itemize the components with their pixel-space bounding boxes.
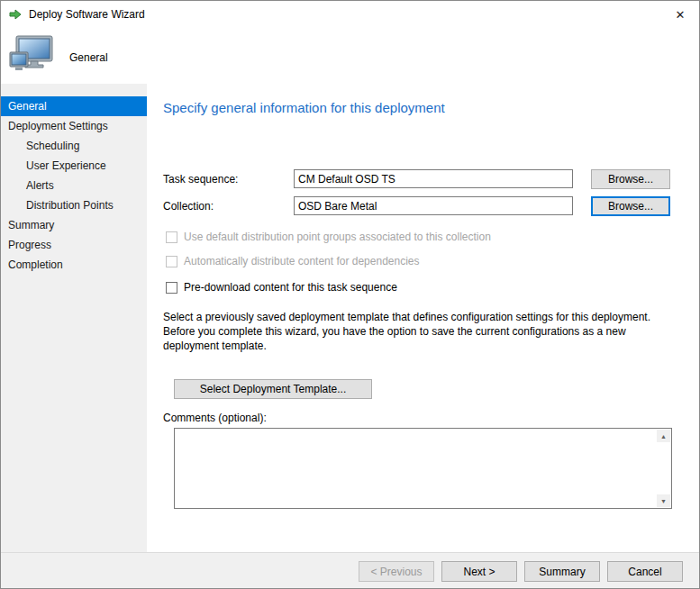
cancel-button[interactable]: Cancel: [607, 561, 683, 582]
page-title: Specify general information for this dep…: [163, 100, 445, 115]
wizard-header: General: [1, 28, 699, 84]
predownload-content-checkbox[interactable]: [166, 282, 177, 294]
sidebar-item-deployment-settings[interactable]: Deployment Settings: [1, 116, 147, 136]
task-sequence-label: Task sequence:: [163, 169, 238, 189]
comments-textarea[interactable]: [174, 428, 672, 509]
previous-button: < Previous: [359, 561, 434, 582]
collection-label: Collection:: [163, 196, 214, 216]
predownload-content-checkbox-row[interactable]: Pre-download content for this task seque…: [166, 281, 397, 294]
general-page-content: Specify general information for this dep…: [147, 84, 700, 552]
deploy-arrow-icon: [8, 7, 23, 22]
header-page-label: General: [69, 51, 108, 64]
select-deployment-template-button[interactable]: Select Deployment Template...: [174, 379, 372, 399]
auto-distribute-dependencies-label: Automatically distribute content for dep…: [184, 255, 420, 267]
next-button[interactable]: Next >: [441, 561, 517, 582]
task-sequence-browse-button[interactable]: Browse...: [591, 169, 670, 189]
task-sequence-input[interactable]: [294, 169, 573, 188]
use-default-dp-groups-checkbox: [166, 231, 177, 243]
sidebar-item-scheduling[interactable]: Scheduling: [1, 136, 147, 156]
wizard-footer: < Previous Next > Summary Cancel: [1, 552, 699, 589]
collection-input[interactable]: [294, 196, 573, 215]
collection-browse-button[interactable]: Browse...: [591, 196, 670, 216]
predownload-content-label: Pre-download content for this task seque…: [184, 281, 397, 294]
sidebar-item-distribution-points[interactable]: Distribution Points: [1, 195, 147, 215]
sidebar-item-summary[interactable]: Summary: [1, 215, 147, 235]
sidebar-item-general[interactable]: General: [1, 96, 147, 116]
summary-button[interactable]: Summary: [524, 561, 600, 582]
sidebar-item-alerts[interactable]: Alerts: [1, 176, 147, 195]
titlebar: Deploy Software Wizard ✕: [1, 1, 699, 28]
comments-area: ▲ ▼: [174, 428, 672, 509]
auto-distribute-dependencies-checkbox: [166, 256, 177, 267]
scroll-up-icon[interactable]: ▲: [657, 430, 670, 442]
sidebar-item-progress[interactable]: Progress: [1, 235, 147, 255]
scroll-down-icon[interactable]: ▼: [657, 494, 670, 507]
window-title: Deploy Software Wizard: [29, 8, 145, 21]
deploy-software-wizard-window: Deploy Software Wizard ✕: [0, 0, 700, 589]
computer-software-icon: [9, 35, 54, 79]
auto-distribute-dependencies-checkbox-row: Automatically distribute content for dep…: [166, 255, 420, 267]
task-sequence-row: Task sequence: Browse...: [147, 169, 700, 189]
collection-row: Collection: Browse...: [147, 196, 700, 216]
comments-label: Comments (optional):: [163, 412, 267, 424]
wizard-steps-sidebar: General Deployment Settings Scheduling U…: [1, 84, 147, 588]
close-icon[interactable]: ✕: [661, 1, 699, 28]
use-default-dp-groups-label: Use default distribution point groups as…: [184, 231, 491, 243]
deployment-template-note: Select a previously saved deployment tem…: [163, 311, 673, 353]
use-default-dp-groups-checkbox-row: Use default distribution point groups as…: [166, 231, 491, 243]
sidebar-item-user-experience[interactable]: User Experience: [1, 156, 147, 176]
sidebar-item-completion[interactable]: Completion: [1, 255, 147, 275]
